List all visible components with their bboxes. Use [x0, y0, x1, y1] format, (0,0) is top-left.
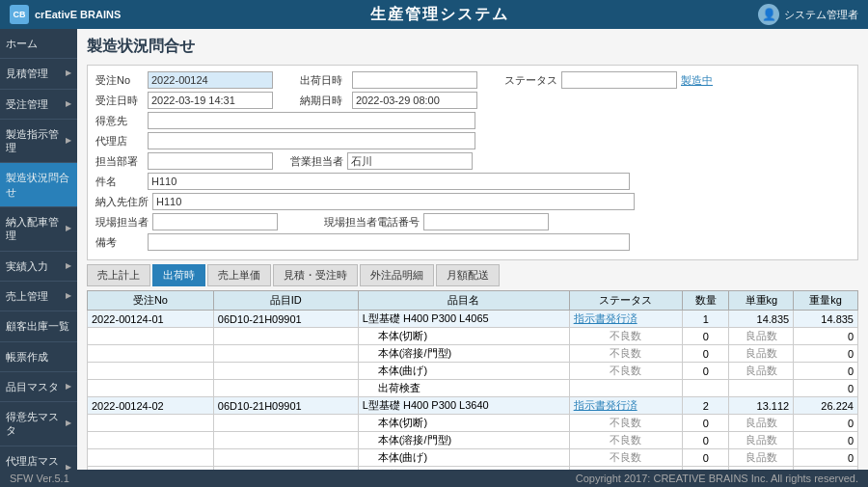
tokui-label: 得意先	[95, 114, 144, 128]
cell-juryo: 0	[794, 345, 858, 363]
biko-input[interactable]	[148, 233, 630, 251]
meisho-input[interactable]	[148, 173, 630, 190]
sidebar-item-mitsumori-label: 見積管理	[6, 67, 48, 80]
genba-tanto-label: 現場担当者	[95, 215, 149, 230]
sidebar-item-uriage[interactable]: 売上管理 ▶	[0, 282, 77, 311]
sidebar-item-mitsumori[interactable]: 見積管理 ▶	[0, 59, 77, 89]
cell-suryo: 0	[682, 363, 729, 380]
genba-tanto-input[interactable]	[152, 213, 278, 230]
cell-juchu-no	[88, 449, 214, 467]
col-juryo: 重量kg	[794, 291, 858, 311]
col-juchu-no: 受注No	[88, 291, 214, 311]
cell-tanju: 14.835	[729, 311, 794, 328]
meisho-label: 件名	[95, 175, 144, 189]
tab-tanka[interactable]: 売上単価	[207, 264, 271, 286]
arrow-icon: ▶	[66, 68, 71, 78]
table-row: 本体(切断) 不良数 0 良品数 0	[88, 415, 858, 432]
main-layout: ホーム 見積管理 ▶ 受注管理 ▶ 製造指示管理 ▶ 製造状況問合せ 納入配車管…	[0, 29, 868, 487]
cell-juchu-no: 2022-00124-02	[88, 397, 214, 415]
sidebar-item-kokyaku-shukko-label: 顧客出庫一覧	[6, 319, 69, 333]
shukko-input[interactable]	[352, 71, 477, 89]
sidebar-item-seizo-shiji[interactable]: 製造指示管理 ▶	[0, 120, 77, 164]
status-input[interactable]	[561, 71, 677, 89]
cell-hinmoku-name: 本体(溶接/門型)	[358, 345, 569, 363]
form-row-saki: 納入先住所	[95, 193, 850, 210]
arrow-icon: ▶	[66, 99, 71, 109]
sidebar-item-jyutyu[interactable]: 受注管理 ▶	[0, 90, 77, 120]
cell-suryo: 0	[682, 449, 729, 467]
cell-suryo: 0	[682, 345, 729, 363]
arrow-icon: ▶	[66, 136, 71, 146]
sidebar-item-noukyu[interactable]: 納入配車管理 ▶	[0, 207, 77, 252]
sidebar-item-jisseki[interactable]: 実績入力 ▶	[0, 252, 77, 282]
cell-status: 不良数	[569, 415, 682, 432]
footer-copyright: Copyright 2017: CREATIVE BRAINS Inc. All…	[576, 473, 858, 484]
genba-tel-input[interactable]	[423, 213, 549, 230]
col-hinmoku-id: 品目ID	[213, 291, 358, 311]
cell-juchu-no	[88, 345, 214, 363]
sidebar-item-home[interactable]: ホーム	[0, 29, 77, 59]
arrow-icon: ▶	[66, 291, 71, 301]
tab-mitumori[interactable]: 見積・受注時	[273, 264, 358, 286]
sidebar-item-seizo-shiji-label: 製造指示管理	[6, 127, 66, 155]
tab-gaichuu[interactable]: 外注品明細	[360, 264, 434, 286]
genba-tel-label: 現場担当者電話番号	[324, 215, 420, 230]
sidebar-item-seizo-status[interactable]: 製造状況問合せ	[0, 163, 77, 207]
saki-input[interactable]	[152, 193, 635, 210]
sidebar-item-jyutyu-label: 受注管理	[6, 97, 48, 111]
cell-tanju: 良品数	[729, 328, 794, 345]
logo-icon: CB	[10, 5, 29, 24]
cell-status: 不良数	[569, 449, 682, 467]
jyutyu-date-input[interactable]	[148, 92, 273, 109]
form-row-biko: 備考	[95, 233, 850, 251]
sidebar-item-hinmoku[interactable]: 品目マスタ ▶	[0, 372, 77, 402]
cell-status[interactable]: 指示書発行済	[569, 397, 682, 415]
tanto-input[interactable]	[148, 152, 273, 170]
cell-tanju: 良品数	[729, 345, 794, 363]
status-label: ステータス	[504, 73, 557, 88]
cell-suryo: 0	[682, 415, 729, 432]
cell-hinmoku-name: 本体(曲げ)	[358, 363, 569, 380]
dairi-input[interactable]	[148, 132, 475, 149]
cell-suryo: 2	[682, 397, 729, 415]
tab-shukko[interactable]: 出荷時	[152, 264, 205, 286]
form-row-juchu: 受注No 出荷日時 ステータス 製造中	[95, 71, 850, 89]
sidebar-item-tokui-label: 得意先マスタ	[6, 410, 66, 438]
cell-hinmoku-name: L型基礎 H400 P300 L3640	[358, 397, 569, 415]
user-label: システム管理者	[784, 8, 858, 22]
juchu-no-input[interactable]	[148, 71, 273, 89]
nouki-input[interactable]	[352, 92, 477, 109]
biko-label: 備考	[95, 235, 144, 250]
cell-hinmoku-id: 06D10-21H09901	[213, 311, 358, 328]
table-row: 本体(曲げ) 不良数 0 良品数 0	[88, 363, 858, 380]
footer: SFW Ver.5.1 Copyright 2017: CREATIVE BRA…	[0, 470, 868, 487]
sidebar-item-tokui[interactable]: 得意先マスタ ▶	[0, 402, 77, 446]
shukko-label: 出荷日時	[300, 73, 348, 88]
cell-status[interactable]: 指示書発行済	[569, 311, 682, 328]
cell-juchu-no	[88, 380, 214, 397]
table-row: 2022-00124-02 06D10-21H09901 L型基礎 H400 P…	[88, 397, 858, 415]
status-link[interactable]: 製造中	[681, 73, 713, 88]
sidebar-item-jisseki-label: 実績入力	[6, 259, 48, 273]
table-row: 本体(溶接/門型) 不良数 0 良品数 0	[88, 432, 858, 449]
cell-juryo: 14.835	[794, 311, 858, 328]
tokui-input[interactable]	[148, 112, 475, 129]
tab-getsu[interactable]: 月額配送	[436, 264, 500, 286]
form-row-tokui: 得意先	[95, 112, 850, 129]
nouki-label: 納期日時	[300, 94, 348, 108]
sidebar-item-kokyaku-shukko[interactable]: 顧客出庫一覧	[0, 311, 77, 341]
col-suryo: 数量	[682, 291, 729, 311]
sidebar-item-chohyo[interactable]: 帳票作成	[0, 342, 77, 372]
table-row: 出荷検査 0	[88, 380, 858, 397]
cell-status	[569, 380, 682, 397]
table-row: 本体(溶接/門型) 不良数 0 良品数 0	[88, 345, 858, 363]
cell-juryo: 0	[794, 380, 858, 397]
user-area: 👤 システム管理者	[758, 4, 858, 25]
user-icon: 👤	[758, 4, 779, 25]
col-hinmoku-name: 品目名	[358, 291, 569, 311]
sidebar-item-home-label: ホーム	[6, 37, 38, 50]
eigyo-input[interactable]	[347, 152, 473, 170]
tab-uriage[interactable]: 売上計上	[87, 264, 150, 286]
cell-juryo: 0	[794, 363, 858, 380]
cell-juryo: 26.224	[794, 397, 858, 415]
